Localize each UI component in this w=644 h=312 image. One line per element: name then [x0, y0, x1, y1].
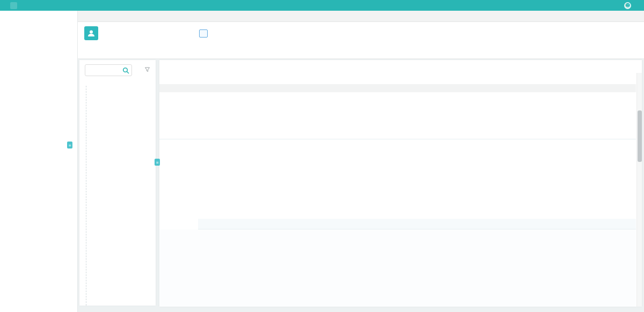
diagnosis-search-input[interactable]	[89, 66, 122, 75]
patient-avatar	[84, 26, 98, 40]
scroll-up-icon[interactable]	[637, 73, 642, 79]
sidebar-collapse-handle[interactable]: ≡	[67, 142, 72, 148]
user-avatar-icon: ☻	[624, 2, 631, 9]
search-icon[interactable]	[122, 67, 129, 74]
timeline-rail	[86, 86, 86, 306]
long-term-orders-area	[159, 229, 636, 307]
masked-info-toggle[interactable]	[199, 29, 208, 38]
order-bars	[159, 229, 636, 307]
document-tab-bar	[160, 61, 628, 73]
app-header: ☻	[0, 0, 644, 11]
date-header-row	[198, 84, 636, 92]
scrollbar-thumb[interactable]	[638, 110, 642, 162]
person-icon	[87, 29, 96, 38]
medical-record-panel	[159, 60, 642, 307]
patient-panel	[78, 22, 644, 59]
user-menu[interactable]: ☻	[624, 2, 636, 9]
scroll-down-icon[interactable]	[637, 301, 642, 307]
hour-axis-row	[198, 219, 636, 229]
diagnosis-search-box	[85, 64, 132, 76]
app-logo-icon	[10, 2, 17, 9]
doc-tabs-next-icon[interactable]	[634, 63, 638, 64]
visit-info-row	[162, 73, 635, 84]
filter-funnel-icon	[144, 66, 150, 72]
timeline-collapse-handle[interactable]: ≡	[155, 159, 160, 166]
nav-tab-bar	[78, 11, 644, 22]
week-navigator	[159, 84, 198, 92]
vertical-scrollbar[interactable]	[636, 73, 642, 307]
vitals-line-chart	[198, 92, 636, 122]
clinical-data-center-app: ☻ ≡ ≡	[0, 0, 644, 312]
respiration-values	[198, 122, 636, 139]
respiration-row	[159, 122, 636, 139]
visit-timeline-panel	[79, 60, 156, 306]
sidebar	[0, 11, 78, 312]
timeline-filter[interactable]	[143, 66, 150, 72]
